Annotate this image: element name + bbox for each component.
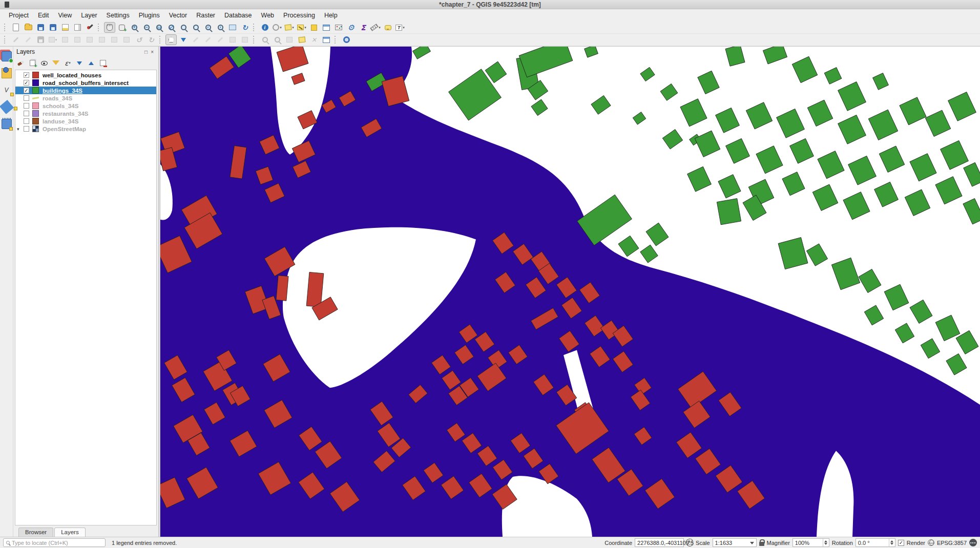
layer-item-roads_34s[interactable]: roads_34S (15, 94, 156, 102)
collapse-all-icon[interactable] (86, 58, 96, 68)
map-tips-icon[interactable] (382, 22, 393, 33)
pan-map-icon[interactable] (104, 22, 115, 33)
magnifier-spinbox[interactable]: 100% (793, 538, 829, 547)
menu-processing[interactable]: Processing (279, 10, 320, 20)
measure-line-icon[interactable]: ▾ (370, 22, 381, 33)
layer-item-well_located_houses[interactable]: ✓well_located_houses (15, 71, 156, 79)
statistical-summary-icon[interactable]: Σ (358, 22, 369, 33)
map-canvas[interactable] (160, 47, 980, 537)
menu-view[interactable]: View (53, 10, 76, 20)
toolbar-grip[interactable] (4, 36, 8, 44)
open-layer-styling-icon[interactable] (15, 58, 26, 68)
scale-combo[interactable]: 1:1633 (713, 538, 757, 547)
layer-labeling-icon[interactable] (321, 34, 332, 45)
new-bookmark-icon[interactable] (296, 34, 307, 45)
deselect-features-icon[interactable] (308, 22, 320, 33)
coordinate-input[interactable]: 2276388.0,-4031109.5 (635, 538, 684, 547)
layer-visibility-checkbox[interactable] (24, 118, 29, 124)
layer-visibility-checkbox[interactable]: ✓ (24, 80, 29, 86)
remove-layer-icon[interactable] (98, 58, 108, 68)
lock-scale-icon[interactable] (759, 542, 764, 546)
processing-toolbox-icon[interactable] (341, 34, 352, 45)
filter-legend-icon[interactable] (51, 58, 61, 68)
zoom-next-icon[interactable]: › (215, 22, 226, 33)
new-map-view-icon[interactable] (227, 22, 238, 33)
zoom-to-selection-icon[interactable] (178, 22, 189, 33)
spinner-arrows-icon[interactable] (889, 539, 895, 546)
add-group-icon[interactable] (27, 58, 37, 68)
layer-item-road_school_buffers_intersect[interactable]: ✓road_school_buffers_intersect (15, 79, 156, 87)
new-print-layout-icon[interactable] (59, 22, 71, 33)
digitize-shape-icon[interactable] (165, 34, 177, 45)
toolbar-grip[interactable] (253, 36, 257, 44)
expand-all-icon[interactable] (74, 58, 85, 68)
toolbar-grip[interactable] (98, 24, 101, 31)
menu-plugins[interactable]: Plugins (134, 10, 164, 20)
layer-visibility-checkbox[interactable] (24, 95, 29, 101)
render-checkbox[interactable]: ✓ (898, 540, 904, 546)
style-manager-icon[interactable] (84, 22, 95, 33)
zoom-native-icon[interactable]: 1:1 (153, 22, 164, 33)
layer-visibility-checkbox[interactable]: ✓ (24, 88, 29, 93)
run-feature-action-icon[interactable]: ▾ (272, 22, 283, 33)
menu-layer[interactable]: Layer (76, 10, 101, 20)
layer-item-landuse_34s[interactable]: landuse_34S (15, 117, 156, 125)
open-attribute-table-icon[interactable] (321, 22, 332, 33)
open-project-icon[interactable] (23, 22, 34, 33)
toolbar-grip[interactable] (159, 36, 163, 44)
layout-manager-icon[interactable] (72, 22, 83, 33)
zoom-out-icon[interactable]: − (141, 22, 152, 33)
toolbar-grip[interactable] (335, 36, 338, 44)
toolbar-grip[interactable] (253, 24, 257, 31)
zoom-full-icon[interactable]: ⤢ (165, 22, 177, 33)
save-project-icon[interactable] (35, 22, 46, 33)
manage-map-themes-icon[interactable] (39, 58, 49, 68)
layer-item-schools_34s[interactable]: schools_34S (15, 102, 156, 110)
add-raster-layer-icon[interactable] (1, 118, 12, 129)
menu-database[interactable]: Database (220, 10, 257, 20)
menu-settings[interactable]: Settings (102, 10, 134, 20)
messages-icon[interactable]: ••• (969, 539, 977, 546)
menu-vector[interactable]: Vector (164, 10, 192, 20)
expand-arrow-icon[interactable]: ▾ (17, 127, 19, 132)
zoom-last-icon[interactable]: ‹ (202, 22, 214, 33)
spinner-arrows-icon[interactable] (823, 539, 829, 546)
layer-item-restaurants_34s[interactable]: restaurants_34S (15, 110, 156, 117)
select-features-icon[interactable]: ▾ (284, 22, 295, 33)
menu-edit[interactable]: Edit (33, 10, 54, 20)
rotation-spinbox[interactable]: 0.0 ° (856, 538, 895, 547)
save-project-as-icon[interactable] (47, 22, 58, 33)
panel-float-button[interactable]: □ (143, 49, 149, 55)
text-annotation-icon[interactable]: T▾ (394, 22, 406, 33)
zoom-in-icon[interactable]: + (129, 22, 140, 33)
panel-close-button[interactable]: × (149, 49, 155, 55)
layer-visibility-checkbox[interactable] (24, 126, 29, 132)
tab-layers[interactable]: Layers (54, 528, 86, 537)
layer-item-buildings_34s[interactable]: ✓buildings_34S (15, 87, 156, 94)
locate-input[interactable]: Type to locate (Ctrl+K) (3, 538, 106, 547)
stream-digitizing-icon[interactable] (178, 34, 189, 45)
field-calculator-icon[interactable] (333, 22, 344, 33)
new-project-icon[interactable] (10, 22, 22, 33)
layer-visibility-checkbox[interactable] (24, 103, 29, 109)
identify-features-icon[interactable]: i (259, 22, 270, 33)
browser-panel-icon[interactable] (1, 68, 12, 78)
zoom-to-layer-icon[interactable] (190, 22, 201, 33)
select-by-expression-icon[interactable]: ▾ (296, 22, 307, 33)
menu-web[interactable]: Web (257, 10, 279, 20)
pan-to-selection-icon[interactable] (116, 22, 128, 33)
add-vector-layer-icon[interactable]: V (1, 85, 12, 95)
toolbar-grip[interactable] (4, 24, 8, 31)
crs-value[interactable]: EPSG:3857 (937, 540, 967, 546)
layer-visibility-checkbox[interactable]: ✓ (24, 72, 29, 78)
crs-globe-icon[interactable] (928, 539, 934, 546)
processing-options-icon[interactable]: ⚙ (345, 22, 357, 33)
layer-item-openstreetmap[interactable]: ▾OpenStreetMap (15, 125, 156, 133)
add-mesh-layer-icon[interactable] (1, 101, 12, 112)
data-source-manager-icon[interactable] (1, 51, 12, 61)
menu-project[interactable]: Project (4, 10, 33, 20)
refresh-map-icon[interactable]: ↻ (239, 22, 251, 33)
tab-browser[interactable]: Browser (18, 528, 53, 537)
menu-help[interactable]: Help (320, 10, 342, 20)
menu-raster[interactable]: Raster (192, 10, 220, 20)
